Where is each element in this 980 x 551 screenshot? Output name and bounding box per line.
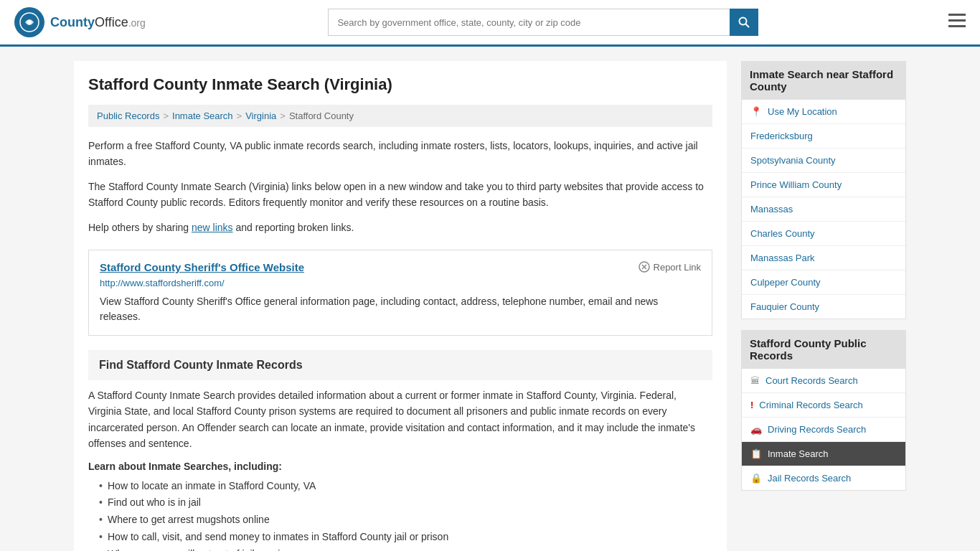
sidebar-nearby-title: Inmate Search near Stafford County [741, 61, 906, 100]
sidebar-item-driving-records[interactable]: 🚗 Driving Records Search [742, 418, 905, 442]
jail-icon: 🔒 [750, 473, 762, 484]
breadcrumb-virginia[interactable]: Virginia [245, 110, 276, 121]
records-section-header: Find Stafford County Inmate Records [88, 350, 712, 380]
report-link-label: Report Link [654, 262, 701, 273]
svg-point-1 [27, 20, 32, 24]
sidebar-item-culpeper[interactable]: Culpeper County [742, 270, 905, 295]
svg-rect-4 [948, 14, 966, 16]
sidebar-item-charles-county[interactable]: Charles County [742, 222, 905, 246]
sidebar-records-label-2: Driving Records Search [768, 424, 866, 435]
location-pin-icon: 📍 [750, 106, 762, 117]
records-description: A Stafford County Inmate Search provides… [88, 387, 712, 452]
records-section-title: Find Stafford County Inmate Records [99, 359, 702, 372]
bullet-item-4: When someone will get out of jail or pri… [99, 546, 712, 551]
sidebar-public-records-title: Stafford County Public Records [741, 330, 906, 369]
sidebar-item-criminal-records[interactable]: ! Criminal Records Search [742, 393, 905, 418]
menu-button[interactable] [948, 12, 966, 32]
sidebar-item-prince-william[interactable]: Prince William County [742, 173, 905, 197]
sidebar-item-fredericksburg[interactable]: Fredericksburg [742, 124, 905, 149]
sidebar-records-label-1: Criminal Records Search [759, 400, 863, 410]
sidebar-records-label-0: Court Records Search [765, 375, 858, 386]
sidebar-item-court-records[interactable]: 🏛 Court Records Search [742, 369, 905, 393]
sidebar-nearby-list: 📍 Use My Location Fredericksburg Spotsyl… [741, 100, 906, 319]
page-title: Stafford County Inmate Search (Virginia) [88, 75, 712, 94]
search-area [328, 9, 758, 36]
sidebar-item-inmate-search[interactable]: 📋 Inmate Search [742, 442, 905, 466]
sidebar-item-use-my-location[interactable]: 📍 Use My Location [742, 100, 905, 124]
breadcrumb: Public Records > Inmate Search > Virgini… [88, 105, 712, 127]
sidebar-nearby-label-1: Fredericksburg [750, 131, 813, 141]
sheriff-office-link[interactable]: Stafford County Sheriff's Office Website [100, 261, 304, 273]
sidebar-nearby-label-4: Manassas [750, 204, 793, 215]
sidebar-item-jail-records[interactable]: 🔒 Jail Records Search [742, 466, 905, 490]
sidebar-nearby-label-2: Spotsylvania County [750, 155, 836, 166]
search-input[interactable] [328, 9, 730, 36]
intro-post: and reporting broken links. [233, 222, 354, 233]
sidebar-records-label-3: Inmate Search [768, 448, 829, 459]
inmate-icon: 📋 [750, 448, 762, 459]
sidebar-public-records-section: Stafford County Public Records 🏛 Court R… [741, 330, 906, 491]
sidebar-nearby-label-0: Use My Location [768, 106, 837, 117]
breadcrumb-inmate-search[interactable]: Inmate Search [172, 110, 233, 121]
svg-rect-6 [948, 25, 966, 27]
intro-pre: Help others by sharing [88, 222, 192, 233]
breadcrumb-current: Stafford County [289, 110, 354, 121]
sidebar-item-spotsylvania[interactable]: Spotsylvania County [742, 149, 905, 173]
intro-paragraph-2: The Stafford County Inmate Search (Virgi… [88, 179, 712, 211]
header: CountyOffice.org [0, 0, 980, 47]
svg-rect-5 [948, 19, 966, 22]
learn-title: Learn about Inmate Searches, including: [88, 461, 712, 472]
sidebar-nearby-section: Inmate Search near Stafford County 📍 Use… [741, 61, 906, 319]
logo-icon [14, 7, 44, 37]
link-desc: View Stafford County Sheriff's Office ge… [100, 294, 701, 324]
search-button[interactable] [730, 9, 758, 36]
link-url[interactable]: http://www.staffordsheriff.com/ [100, 278, 701, 288]
bullet-item-3: How to call, visit, and send money to in… [99, 529, 712, 546]
sidebar-item-fauquier[interactable]: Fauquier County [742, 295, 905, 319]
logo-text: CountyOffice.org [50, 15, 146, 30]
intro-paragraph-3: Help others by sharing new links and rep… [88, 220, 712, 235]
driving-icon: 🚗 [750, 424, 762, 435]
sidebar-nearby-label-8: Fauquier County [750, 301, 819, 312]
bullet-item-2: Where to get arrest mugshots online [99, 512, 712, 529]
bullet-item-1: Find out who is in jail [99, 494, 712, 512]
main-container: Stafford County Inmate Search (Virginia)… [60, 47, 920, 551]
bullet-list: How to locate an inmate in Stafford Coun… [88, 478, 712, 551]
logo-area: CountyOffice.org [14, 7, 146, 37]
link-section: Stafford County Sheriff's Office Website… [88, 250, 712, 336]
svg-point-2 [740, 18, 747, 25]
sidebar-public-records-list: 🏛 Court Records Search ! Criminal Record… [741, 369, 906, 491]
sidebar-nearby-label-6: Manassas Park [750, 253, 815, 263]
new-links-link[interactable]: new links [192, 222, 233, 233]
breadcrumb-sep-1: > [163, 110, 169, 121]
report-link[interactable]: Report Link [639, 261, 701, 273]
breadcrumb-sep-2: > [237, 110, 242, 121]
sidebar-item-manassas-park[interactable]: Manassas Park [742, 246, 905, 270]
report-icon [639, 261, 650, 273]
breadcrumb-public-records[interactable]: Public Records [97, 110, 159, 121]
breadcrumb-sep-3: > [280, 110, 286, 121]
sidebar-nearby-label-3: Prince William County [750, 179, 842, 190]
svg-line-3 [746, 24, 750, 28]
link-title-row: Stafford County Sheriff's Office Website… [100, 261, 701, 273]
sidebar-nearby-label-5: Charles County [750, 228, 815, 239]
intro-paragraph-1: Perform a free Stafford County, VA publi… [88, 138, 712, 170]
court-icon: 🏛 [750, 375, 760, 386]
sidebar-nearby-label-7: Culpeper County [750, 277, 821, 288]
content-area: Stafford County Inmate Search (Virginia)… [74, 61, 727, 551]
bullet-item-0: How to locate an inmate in Stafford Coun… [99, 478, 712, 495]
sidebar-item-manassas[interactable]: Manassas [742, 197, 905, 222]
sidebar: Inmate Search near Stafford County 📍 Use… [741, 61, 906, 551]
criminal-icon: ! [750, 400, 753, 410]
sidebar-records-label-4: Jail Records Search [768, 473, 851, 484]
